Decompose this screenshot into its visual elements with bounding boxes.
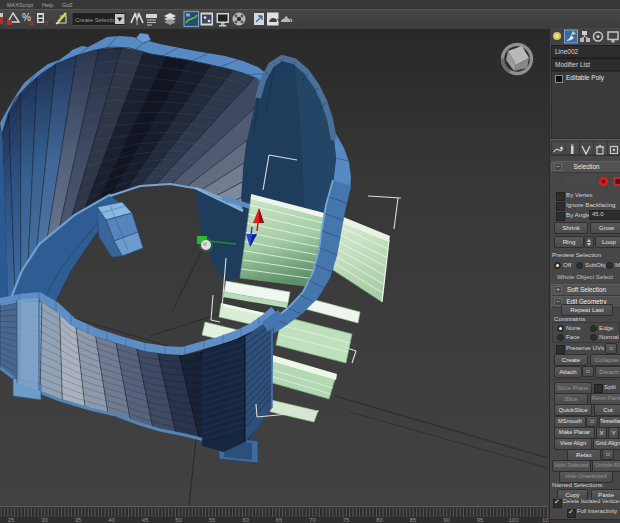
svg-text:n: n — [44, 19, 48, 26]
svg-text:40: 40 — [108, 517, 115, 523]
svg-text:70: 70 — [309, 517, 316, 523]
svg-text:85: 85 — [410, 517, 417, 523]
svg-text:105: 105 — [542, 517, 548, 523]
svg-text:80: 80 — [376, 517, 383, 523]
svg-text:Create Selection: Create Selection — [75, 17, 119, 23]
svg-text:35: 35 — [75, 517, 82, 523]
svg-text:100: 100 — [508, 517, 519, 523]
svg-text:a: a — [29, 19, 33, 26]
svg-text:50: 50 — [175, 517, 182, 523]
svg-text:65: 65 — [276, 517, 283, 523]
svg-text:45: 45 — [142, 517, 149, 523]
svg-text:25: 25 — [8, 517, 15, 523]
svg-text:55: 55 — [209, 517, 216, 523]
svg-text:95: 95 — [477, 517, 484, 523]
svg-text:60: 60 — [242, 517, 249, 523]
svg-text:90: 90 — [443, 517, 450, 523]
svg-text:75: 75 — [343, 517, 350, 523]
svg-text:30: 30 — [41, 517, 48, 523]
